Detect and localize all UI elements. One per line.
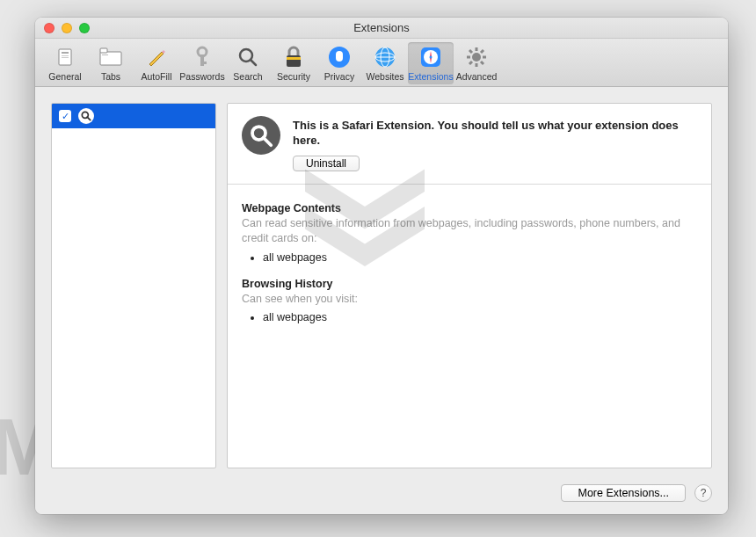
toolbar-general[interactable]: General xyxy=(42,42,88,84)
permission-heading: Browsing History xyxy=(242,278,697,290)
extensions-list: ✓ xyxy=(51,103,216,468)
svg-rect-9 xyxy=(200,62,207,64)
svg-line-28 xyxy=(469,50,472,53)
svg-line-30 xyxy=(481,50,483,53)
toolbar-advanced[interactable]: Advanced xyxy=(454,42,499,84)
svg-point-22 xyxy=(430,56,433,59)
toolbar-label: General xyxy=(48,71,81,82)
toolbar-passwords[interactable]: Passwords xyxy=(179,42,225,84)
toolbar-websites[interactable]: Websites xyxy=(362,42,408,84)
svg-line-29 xyxy=(481,62,483,64)
svg-rect-13 xyxy=(287,57,301,60)
svg-rect-1 xyxy=(62,52,69,54)
extension-detail: This is a Safari Extension. You should t… xyxy=(227,103,712,468)
uninstall-button[interactable]: Uninstall xyxy=(293,156,360,171)
svg-rect-3 xyxy=(62,57,69,58)
titlebar: Extensions xyxy=(35,18,728,39)
extension-icon xyxy=(78,108,94,124)
toolbar-privacy[interactable]: Privacy xyxy=(316,42,362,84)
tabs-icon xyxy=(98,45,123,69)
privacy-icon xyxy=(327,45,352,69)
svg-rect-15 xyxy=(336,51,343,62)
toolbar-label: Advanced xyxy=(456,71,498,82)
more-extensions-button[interactable]: More Extensions... xyxy=(561,484,686,502)
svg-rect-8 xyxy=(200,54,204,66)
permission-item: all webpages xyxy=(263,311,697,323)
svg-rect-6 xyxy=(102,54,108,55)
toolbar-label: Privacy xyxy=(324,71,354,82)
svg-rect-12 xyxy=(287,55,301,67)
detail-header: This is a Safari Extension. You should t… xyxy=(228,104,711,185)
websites-icon xyxy=(373,45,397,69)
permission-item: all webpages xyxy=(263,251,697,264)
permissions-section: Webpage Contents Can read sensitive info… xyxy=(228,185,711,356)
svg-point-23 xyxy=(472,53,481,62)
toolbar-security[interactable]: Security xyxy=(271,42,316,84)
window-title: Extensions xyxy=(44,21,719,34)
footer-bar: More Extensions... ? xyxy=(35,477,728,514)
security-icon xyxy=(281,45,306,69)
minimize-button[interactable] xyxy=(62,23,72,33)
permission-heading: Webpage Contents xyxy=(242,202,697,214)
extensions-icon xyxy=(418,45,443,69)
search-icon xyxy=(236,45,260,69)
permission-description: Can read sensitive information from webp… xyxy=(242,216,697,246)
general-icon xyxy=(53,45,77,69)
help-button[interactable]: ? xyxy=(694,484,712,502)
toolbar-label: Passwords xyxy=(179,71,224,82)
toolbar-label: Extensions xyxy=(408,71,453,82)
extension-large-icon xyxy=(242,116,280,155)
toolbar-autofill[interactable]: AutoFill xyxy=(134,42,179,84)
maximize-button[interactable] xyxy=(79,23,90,33)
content-area: ✓ This is a Safari Extension. You should… xyxy=(35,87,728,477)
toolbar-label: Websites xyxy=(367,71,404,82)
svg-line-35 xyxy=(264,138,272,146)
toolbar-label: AutoFill xyxy=(141,71,171,82)
extension-row-selected[interactable]: ✓ xyxy=(52,104,215,128)
preferences-window: Extensions General Tabs AutoFill Passwor… xyxy=(35,18,728,514)
permission-description: Can see when you visit: xyxy=(242,292,697,307)
svg-line-33 xyxy=(87,117,91,120)
extension-description: This is a Safari Extension. You should t… xyxy=(293,119,697,149)
svg-rect-4 xyxy=(100,52,121,65)
preferences-toolbar: General Tabs AutoFill Passwords Search xyxy=(35,39,728,87)
toolbar-label: Tabs xyxy=(101,71,120,82)
toolbar-label: Search xyxy=(233,71,262,82)
extension-enable-checkbox[interactable]: ✓ xyxy=(59,110,71,122)
toolbar-tabs[interactable]: Tabs xyxy=(88,42,134,84)
toolbar-label: Security xyxy=(277,71,310,82)
close-button[interactable] xyxy=(44,23,55,33)
passwords-icon xyxy=(190,45,214,69)
autofill-icon xyxy=(144,45,169,69)
svg-line-11 xyxy=(251,60,256,65)
advanced-icon xyxy=(464,45,489,69)
toolbar-extensions[interactable]: Extensions xyxy=(408,42,454,84)
svg-line-31 xyxy=(469,62,472,64)
svg-rect-2 xyxy=(62,55,69,56)
toolbar-search[interactable]: Search xyxy=(225,42,271,84)
svg-rect-5 xyxy=(100,48,107,53)
traffic-lights xyxy=(44,23,90,33)
